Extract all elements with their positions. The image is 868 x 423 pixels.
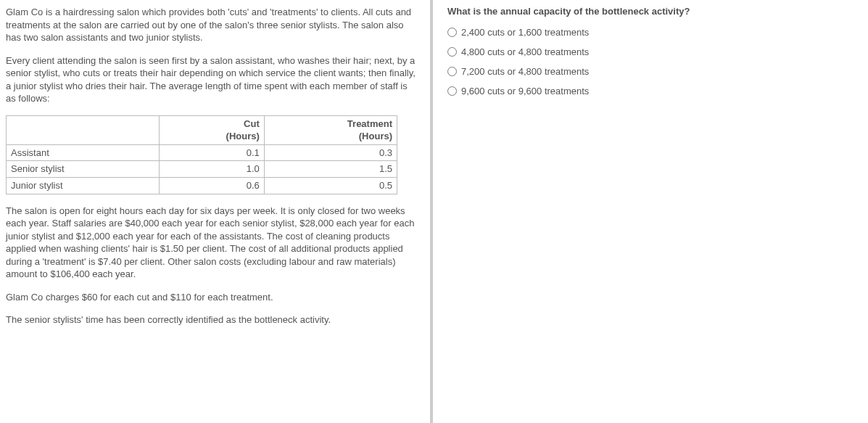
row-label: Assistant — [7, 144, 160, 161]
row-label: Junior stylist — [7, 178, 160, 194]
row-treatment: 0.5 — [264, 178, 397, 194]
paragraph-intro: Glam Co is a hairdressing salon which pr… — [6, 6, 420, 44]
table-row: Assistant 0.1 0.3 — [7, 144, 397, 161]
table-header-row: Cut (Hours) Treatment (Hours) — [7, 115, 397, 144]
option-1[interactable]: 2,400 cuts or 1,600 treatments — [447, 27, 858, 38]
table-header-cut: Cut (Hours) — [160, 115, 264, 144]
paragraph-bottleneck: The senior stylists' time has been corre… — [6, 313, 420, 327]
time-table: Cut (Hours) Treatment (Hours) Assistant … — [6, 115, 397, 194]
table-header-treatment: Treatment (Hours) — [264, 115, 397, 144]
header-treatment-label: Treatment — [347, 118, 392, 129]
header-cut-unit: (Hours) — [226, 131, 260, 141]
option-4[interactable]: 9,600 cuts or 9,600 treatments — [447, 86, 858, 96]
header-treatment-unit: (Hours) — [359, 131, 392, 141]
row-cut: 0.1 — [160, 144, 264, 161]
option-3[interactable]: 7,200 cuts or 4,800 treatments — [447, 66, 858, 77]
table-row: Junior stylist 0.6 0.5 — [7, 178, 397, 194]
options-group: 2,400 cuts or 1,600 treatments 4,800 cut… — [447, 27, 858, 96]
answer-panel: What is the annual capacity of the bottl… — [433, 0, 868, 423]
option-2-radio[interactable] — [447, 47, 457, 57]
option-2-label: 4,800 cuts or 4,800 treatments — [461, 46, 589, 57]
option-2[interactable]: 4,800 cuts or 4,800 treatments — [447, 46, 858, 57]
row-treatment: 1.5 — [264, 161, 397, 178]
row-cut: 0.6 — [160, 178, 264, 194]
option-3-radio[interactable] — [447, 67, 457, 76]
question-stem-panel: Glam Co is a hairdressing salon which pr… — [0, 0, 433, 423]
question-text: What is the annual capacity of the bottl… — [447, 6, 858, 17]
paragraph-costs: The salon is open for eight hours each d… — [6, 205, 420, 281]
table-row: Senior stylist 1.0 1.5 — [7, 161, 397, 178]
paragraph-process: Every client attending the salon is seen… — [6, 54, 420, 105]
option-1-label: 2,400 cuts or 1,600 treatments — [461, 27, 589, 38]
option-1-radio[interactable] — [447, 28, 457, 37]
row-label: Senior stylist — [7, 161, 160, 178]
table-header-empty — [7, 115, 160, 144]
option-4-label: 9,600 cuts or 9,600 treatments — [461, 86, 589, 96]
paragraph-prices: Glam Co charges $60 for each cut and $11… — [6, 291, 420, 304]
header-cut-label: Cut — [244, 118, 260, 129]
row-treatment: 0.3 — [264, 144, 397, 161]
option-4-radio[interactable] — [447, 86, 457, 96]
option-3-label: 7,200 cuts or 4,800 treatments — [461, 66, 589, 77]
row-cut: 1.0 — [160, 161, 264, 178]
